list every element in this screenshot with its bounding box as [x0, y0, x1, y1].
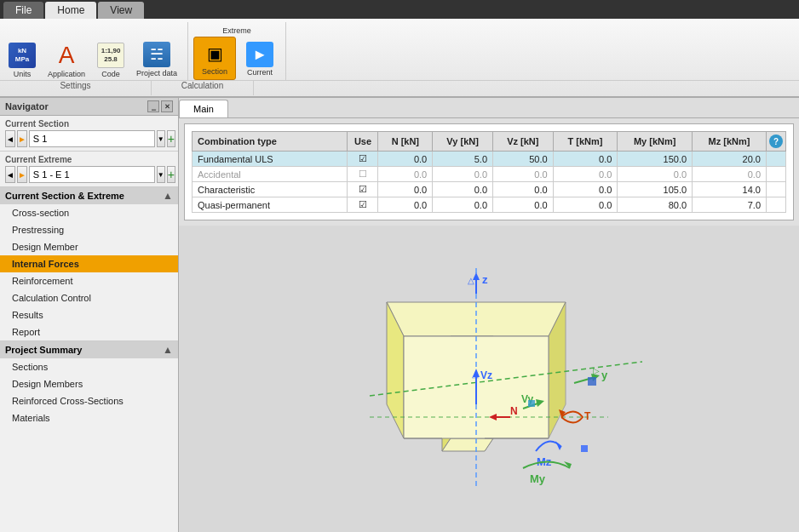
svg-text:Vz: Vz [480, 369, 492, 381]
t-val: 0.0 [553, 197, 618, 213]
units-icon: kNMPa [9, 43, 36, 68]
project-data-button[interactable]: ☵ Project data [131, 40, 182, 80]
svg-text:N: N [510, 405, 518, 417]
n-val: 0.0 [378, 152, 433, 167]
sidebar-item-reinforced-cross-sections[interactable]: Reinforced Cross-Sections [0, 392, 178, 409]
collapse-icon: ▲ [163, 190, 173, 202]
mz-val: 7.0 [693, 197, 767, 213]
svg-marker-6 [442, 438, 493, 451]
use-checkbox[interactable]: ☐ [348, 167, 378, 182]
svg-text:T: T [584, 410, 591, 422]
vz-val: 50.0 [493, 152, 554, 167]
section-icon: ▣ [201, 41, 228, 66]
section-extreme-group-header[interactable]: Current Section & Extreme ▲ [0, 187, 178, 204]
use-checkbox[interactable]: ☑ [348, 182, 378, 197]
table-row[interactable]: Accidental☐0.00.00.00.00.00.0 [193, 167, 786, 182]
use-checkbox[interactable]: ☑ [348, 197, 378, 213]
n-val: 0.0 [378, 182, 433, 197]
svg-rect-38 [528, 400, 535, 407]
empty [767, 167, 786, 182]
tab-home[interactable]: Home [45, 2, 96, 19]
section-add-btn[interactable]: + [167, 130, 175, 147]
extreme-add-btn[interactable]: + [167, 166, 175, 183]
section-next-btn[interactable]: ► [17, 130, 27, 147]
extreme-next-btn[interactable]: ► [17, 166, 27, 183]
tab-file[interactable]: File [3, 2, 43, 19]
navigator-close-btn[interactable]: ✕ [161, 100, 173, 112]
3d-viz-area: z △ Vz △ y ▷ Vy N [179, 226, 799, 532]
svg-text:△: △ [472, 369, 479, 379]
vz-val: 0.0 [493, 197, 554, 213]
svg-text:△: △ [468, 276, 474, 285]
col-mz: Mz [kNm] [693, 132, 767, 152]
extreme-prev-btn[interactable]: ◄ [5, 166, 15, 183]
t-val: 0.0 [553, 182, 618, 197]
current-button[interactable]: ► Current [239, 38, 280, 80]
sidebar-item-results[interactable]: Results [0, 306, 178, 323]
my-val: 80.0 [618, 197, 693, 213]
t-val: 0.0 [553, 167, 618, 182]
combo-name: Accidental [193, 167, 348, 182]
vz-val: 0.0 [493, 182, 554, 197]
project-data-icon: ☵ [143, 42, 170, 67]
navigator-header: Navigator ⎯ ✕ [0, 98, 178, 116]
sidebar-item-prestressing[interactable]: Prestressing [0, 221, 178, 238]
n-val: 0.0 [378, 167, 433, 182]
empty [767, 182, 786, 197]
extreme-dropdown-btn[interactable]: ▼ [157, 166, 165, 183]
tab-view[interactable]: View [98, 2, 144, 19]
my-val: 105.0 [618, 182, 693, 197]
table-row[interactable]: Characteristic☑0.00.00.00.0105.014.0 [193, 182, 786, 197]
mz-val: 0.0 [693, 167, 767, 182]
sidebar-item-cross-section[interactable]: Cross-section [0, 204, 178, 221]
vy-val: 0.0 [433, 182, 493, 197]
tab-main[interactable]: Main [179, 100, 228, 117]
col-t: T [kNm] [553, 132, 618, 152]
help-icon[interactable]: ? [769, 134, 783, 148]
extreme-input[interactable] [29, 166, 155, 183]
vy-val: 5.0 [433, 152, 493, 167]
project-collapse-icon: ▲ [163, 344, 173, 356]
section-input[interactable] [29, 130, 155, 147]
n-val: 0.0 [378, 197, 433, 213]
sidebar-item-calculation-control[interactable]: Calculation Control [0, 289, 178, 306]
col-use: Use [348, 132, 378, 152]
svg-rect-39 [581, 445, 588, 452]
col-my: My [kNm] [618, 132, 693, 152]
table-row[interactable]: Fundamental ULS☑0.05.050.00.0150.020.0 [193, 152, 786, 167]
col-n: N [kN] [378, 132, 433, 152]
sidebar-item-internal-forces[interactable]: Internal Forces [0, 255, 178, 272]
combination-table: Combination type Use N [kN] Vy [kN] Vz [… [192, 131, 786, 213]
navigator-panel: Navigator ⎯ ✕ Current Section ◄ ► ▼ + Cu… [0, 98, 179, 532]
empty [767, 197, 786, 213]
empty [767, 152, 786, 167]
col-vy: Vy [kN] [433, 132, 493, 152]
col-help: ? [767, 132, 786, 152]
section-prev-btn[interactable]: ◄ [5, 130, 15, 147]
navigator-pin-btn[interactable]: ⎯ [147, 100, 159, 112]
sidebar-item-report[interactable]: Report [0, 323, 178, 340]
application-icon: A [59, 43, 75, 68]
svg-text:▷: ▷ [593, 366, 600, 375]
svg-text:z: z [482, 273, 488, 286]
svg-text:My: My [530, 472, 546, 485]
section-button[interactable]: ▣ Section [193, 37, 236, 80]
sidebar-item-design-member[interactable]: Design Member [0, 238, 178, 255]
units-button[interactable]: kNMPa Units [3, 41, 41, 80]
sidebar-item-sections[interactable]: Sections [0, 358, 178, 375]
application-button[interactable]: A Application [43, 41, 90, 80]
col-combination-type: Combination type [193, 132, 348, 152]
sidebar-item-reinforcement[interactable]: Reinforcement [0, 272, 178, 289]
col-vz: Vz [kN] [493, 132, 554, 152]
project-summary-group-header[interactable]: Project Summary ▲ [0, 341, 178, 358]
use-checkbox[interactable]: ☑ [348, 152, 378, 167]
section-dropdown-btn[interactable]: ▼ [157, 130, 165, 147]
sidebar-item-design-members[interactable]: Design Members [0, 375, 178, 392]
sidebar-item-materials[interactable]: Materials [0, 409, 178, 426]
t-val: 0.0 [553, 152, 618, 167]
my-val: 0.0 [618, 167, 693, 182]
svg-text:y: y [601, 369, 608, 381]
table-row[interactable]: Quasi-permanent☑0.00.00.00.080.07.0 [193, 197, 786, 213]
vz-val: 0.0 [493, 167, 554, 182]
code-button[interactable]: 1:1,9025.8 Code [92, 41, 129, 80]
